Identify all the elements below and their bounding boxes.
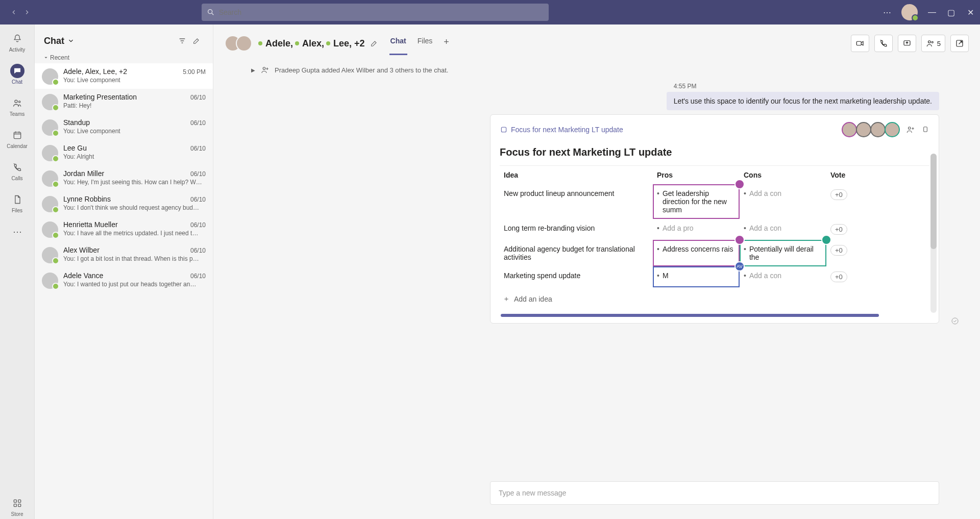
chat-items-list[interactable]: Adele, Alex, Lee, +2 5:00 PM You: Live c… [35, 63, 213, 519]
window-maximize-icon[interactable]: ▢ [946, 7, 957, 17]
copy-icon[interactable] [921, 126, 929, 134]
presence-cursor-icon: AV [734, 261, 745, 271]
add-idea-button[interactable]: ＋ Add an idea [500, 287, 929, 311]
popout-button[interactable] [950, 35, 969, 52]
back-button[interactable] [8, 7, 19, 18]
avatar [42, 119, 58, 136]
presence-cursor-icon [821, 235, 831, 245]
chat-list-item[interactable]: Lynne Robbins 06/10 You: I don't think w… [35, 191, 213, 216]
chat-list-item[interactable]: Jordan Miller 06/10 You: Hey, I'm just s… [35, 165, 213, 191]
rail-files[interactable]: Files [3, 190, 32, 215]
pros-cell[interactable]: Add a pro [653, 219, 740, 240]
profile-avatar[interactable] [901, 4, 918, 20]
ideas-table[interactable]: IdeaProsConsVoteNew product lineup annou… [500, 165, 929, 287]
vote-cell[interactable]: +0 [826, 240, 867, 266]
card-link[interactable]: Focus for next Marketing LT update [500, 126, 623, 134]
tab-chat[interactable]: Chat [389, 32, 407, 55]
card-collaborators [842, 122, 929, 137]
rail-activity[interactable]: Activity [3, 30, 32, 55]
chat-list-item[interactable]: Marketing Presentation 06/10 Patti: Hey! [35, 89, 213, 114]
compose-input[interactable]: Type a new message [490, 481, 939, 505]
recent-section-toggle[interactable]: Recent [35, 52, 213, 63]
rail-teams[interactable]: Teams [3, 94, 32, 119]
conversation-tabs: Chat Files + [389, 32, 450, 55]
card-scrollbar-vertical[interactable] [930, 154, 937, 313]
system-message: ▶ Pradeep Gupta added Alex Wilber and 3 … [244, 60, 939, 83]
chat-item-time: 5:00 PM [183, 68, 206, 76]
pros-cell[interactable]: Address concerns raisAV [653, 240, 740, 266]
vote-button[interactable]: +0 [830, 189, 847, 200]
more-icon[interactable]: ⋯ [882, 7, 892, 17]
window-minimize-icon[interactable]: — [927, 7, 937, 17]
edit-title-icon[interactable] [370, 39, 378, 47]
svg-point-10 [928, 41, 930, 43]
vote-cell[interactable]: +0 [826, 184, 867, 219]
window-close-icon[interactable]: ✕ [966, 7, 976, 17]
svg-point-15 [909, 127, 911, 130]
avatar [42, 273, 58, 289]
chevron-right-icon[interactable]: ▶ [251, 67, 255, 73]
pros-cell[interactable]: Get leadership direction for the new sum… [653, 184, 740, 219]
presence-dot-icon [326, 41, 330, 45]
forward-button[interactable] [21, 7, 33, 18]
chat-list-item[interactable]: Adele Vance 06/10 You: I wanted to just … [35, 267, 213, 293]
vote-button[interactable]: +0 [830, 224, 847, 235]
avatar[interactable] [885, 122, 900, 137]
svg-point-0 [208, 10, 212, 14]
avatar [42, 221, 58, 238]
rail-calendar[interactable]: Calendar [3, 126, 32, 151]
rail-chat[interactable]: Chat [3, 62, 32, 87]
conversation-body[interactable]: ▶ Pradeep Gupta added Alex Wilber and 3 … [213, 55, 980, 475]
chevron-down-icon[interactable] [67, 37, 75, 44]
svg-rect-5 [18, 500, 20, 502]
file-icon [10, 192, 24, 207]
card-header: Focus for next Marketing LT update [491, 115, 939, 144]
rail-more[interactable]: ⋯ [3, 223, 32, 241]
rail-calls[interactable]: Calls [3, 158, 32, 183]
chat-list-item[interactable]: Standup 06/10 You: Live component [35, 114, 213, 140]
compose-icon[interactable] [189, 34, 204, 48]
avatar[interactable] [870, 122, 886, 137]
video-call-button[interactable] [851, 35, 869, 52]
vote-button[interactable]: +0 [830, 271, 847, 282]
vote-button[interactable]: +0 [830, 245, 847, 256]
idea-cell[interactable]: New product lineup announcement [500, 184, 653, 219]
vote-cell[interactable]: +0 [826, 266, 867, 287]
cons-cell[interactable]: Add a con [740, 219, 826, 240]
pros-cell[interactable]: M [653, 266, 740, 287]
share-screen-button[interactable] [898, 35, 916, 52]
system-message-text: Pradeep Gupta added Alex Wilber and 3 ot… [275, 66, 448, 74]
idea-cell[interactable]: Additional agency budget for translation… [500, 240, 653, 266]
rail-label: Calendar [7, 143, 28, 149]
tab-files[interactable]: Files [416, 32, 434, 55]
chat-list-item[interactable]: Lee Gu 06/10 You: Alright [35, 140, 213, 165]
search-input[interactable] [202, 4, 549, 21]
idea-cell[interactable]: Marketing spend update [500, 266, 653, 287]
chat-item-name: Marketing Presentation [63, 93, 137, 101]
card-scrollbar-horizontal[interactable] [501, 314, 879, 317]
chat-list-item[interactable]: Adele, Alex, Lee, +2 5:00 PM You: Live c… [35, 63, 213, 89]
chat-item-name: Standup [63, 118, 90, 127]
chat-list-item[interactable]: Alex Wilber 06/10 You: I got a bit lost … [35, 242, 213, 267]
chat-item-time: 06/10 [190, 196, 206, 203]
cons-cell[interactable]: Potentially will derail the [740, 240, 826, 266]
chat-list-header: Chat [35, 24, 213, 52]
share-icon[interactable] [906, 125, 915, 134]
conversation-panel: Adele, Alex, Lee, +2 Chat Files + [213, 24, 980, 519]
rail-label: Calls [11, 176, 22, 181]
avatar[interactable] [842, 122, 857, 137]
avatar[interactable] [856, 122, 871, 137]
audio-call-button[interactable] [874, 35, 893, 52]
rail-label: Activity [9, 47, 26, 53]
add-tab-button[interactable]: + [443, 32, 450, 55]
phone-icon [10, 160, 24, 175]
chat-list-item[interactable]: Henrietta Mueller 06/10 You: I have all … [35, 216, 213, 242]
rail-store[interactable]: Store [3, 494, 32, 519]
filter-icon[interactable] [175, 34, 189, 48]
cons-cell[interactable]: Add a con [740, 266, 826, 287]
cons-cell[interactable]: Add a con [740, 184, 826, 219]
idea-cell[interactable]: Long term re-branding vision [500, 219, 653, 240]
person-add-icon [260, 65, 270, 75]
vote-cell[interactable]: +0 [826, 219, 867, 240]
participants-button[interactable]: 5 [921, 35, 945, 52]
